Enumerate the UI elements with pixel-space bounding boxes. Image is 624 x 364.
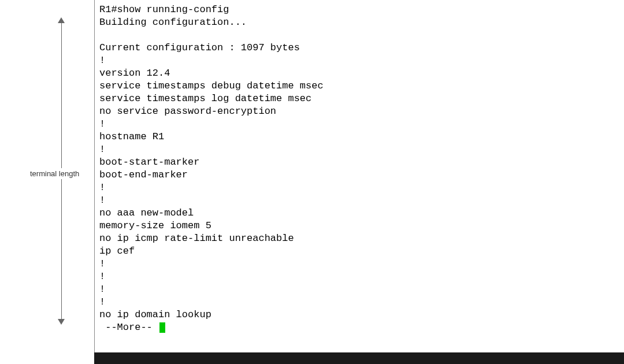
- terminal-line: service timestamps debug datetime msec: [99, 80, 324, 91]
- terminal-line: no ip icmp rate-limit unreachable: [99, 233, 294, 244]
- arrow-head-bottom-icon: [58, 319, 65, 325]
- terminal-line: !: [99, 118, 105, 129]
- cursor-icon: [159, 322, 165, 333]
- terminal-line: !: [99, 271, 105, 282]
- terminal-line: Building configuration...: [99, 17, 247, 28]
- terminal-line: no ip domain lookup: [99, 309, 211, 320]
- terminal-line: !: [99, 296, 105, 307]
- terminal-line: no aaa new-model: [99, 207, 194, 218]
- terminal-line: !: [99, 55, 105, 66]
- terminal-line: ip cef: [99, 246, 135, 257]
- terminal-line: !: [99, 195, 105, 206]
- annotation-sidebar: terminal length: [0, 0, 94, 352]
- more-prompt[interactable]: --More--: [99, 322, 158, 333]
- terminal-line: boot-end-marker: [99, 169, 188, 180]
- terminal-line: version 12.4: [99, 68, 170, 79]
- terminal-line: Current configuration : 1097 bytes: [99, 42, 300, 53]
- terminal-output: R1#show running-config Building configur…: [95, 0, 595, 337]
- terminal-line: !: [99, 284, 105, 295]
- terminal-line: memory-size iomem 5: [99, 220, 211, 231]
- terminal-window[interactable]: R1#show running-config Building configur…: [94, 0, 595, 352]
- terminal-line: !: [99, 182, 105, 193]
- terminal-line: !: [99, 144, 105, 155]
- terminal-line: hostname R1: [99, 131, 164, 142]
- terminal-line: no service password-encryption: [99, 106, 276, 117]
- terminal-line: boot-start-marker: [99, 157, 199, 168]
- terminal-line: service timestamps log datetime msec: [99, 93, 311, 104]
- annotation-label: terminal length: [30, 168, 79, 179]
- status-bar: [94, 352, 624, 364]
- terminal-line: R1#show running-config: [99, 4, 229, 15]
- terminal-line: !: [99, 258, 105, 269]
